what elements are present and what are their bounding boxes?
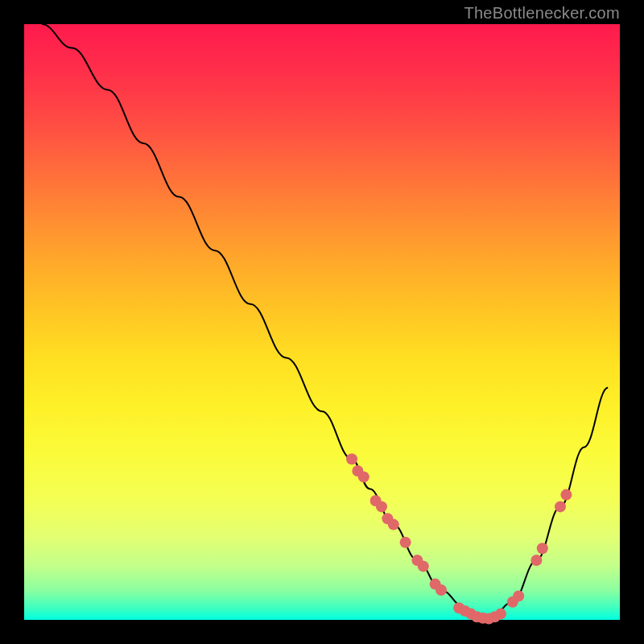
data-point [530,555,542,566]
data-markers [346,453,572,624]
bottleneck-curve [42,24,608,620]
data-point [495,609,506,620]
data-point [418,560,429,572]
data-point [388,519,399,530]
data-point [436,584,447,596]
data-point [560,489,572,501]
chart-frame: TheBottlenecker.com [0,0,644,644]
data-point [400,537,411,548]
data-point [346,453,357,464]
data-point [555,501,566,512]
data-point [376,501,387,512]
data-point [513,590,524,601]
attribution-text: TheBottlenecker.com [464,4,620,23]
data-point [537,543,548,554]
curve-layer [24,24,620,620]
data-point [358,471,369,482]
